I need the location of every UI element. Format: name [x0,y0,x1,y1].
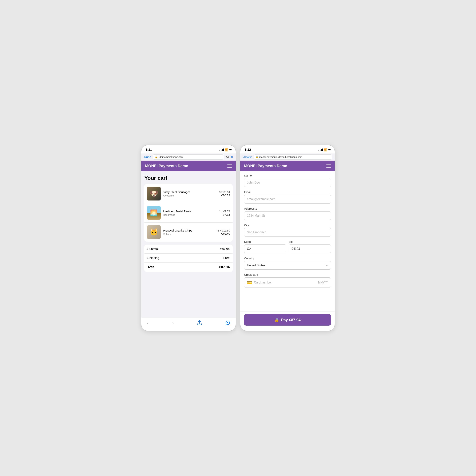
right-browser-bar: ‹ Search 🔒 monei-payments-demo.herokuapp… [240,153,335,161]
zip-label: Zip [289,240,331,243]
left-status-icons: 📶 [220,148,232,151]
item-qty-1: 3 x €6.94 [219,191,230,194]
item-total-3: €59.40 [218,232,230,235]
subtotal-value: €87.94 [220,247,230,251]
back-button[interactable]: ‹ [147,321,148,326]
cart-content: Your cart Tasty Steel Sausages Awesome 3… [141,171,236,318]
aa-button[interactable]: AA [225,155,229,158]
table-row: Practical Granite Chips Refined 3 x €19.… [144,222,233,242]
right-time: 1:32 [244,148,251,152]
item-name-2: Intelligent Metal Pants [163,209,217,213]
item-sub-3: Refined [163,233,215,236]
item-price-2: 1 x €7.72 €7.72 [219,210,230,216]
left-app-header: MONEI Payments Demo [141,161,236,171]
city-field-group: City [244,223,331,237]
shipping-label: Shipping [147,256,159,260]
country-select[interactable]: United States [244,261,331,270]
credit-card-label: Credit card [244,273,331,276]
compass-button[interactable] [225,321,230,326]
left-status-bar: 1:31 📶 [141,145,236,153]
card-expiry-placeholder: MM/YY [318,281,328,284]
totals-box: Subtotal €87.94 Shipping Free Total €87.… [144,245,233,272]
zip-input[interactable] [289,244,331,253]
right-back-button[interactable]: ‹ Search [243,155,252,159]
checkout-form: Name Email Address 1 City State [240,171,335,311]
zip-field-group: Zip [289,240,331,253]
left-url-bar[interactable]: 🔒 -demo.herokuapp.com [153,154,224,160]
item-qty-3: 3 x €19.80 [218,229,230,232]
left-app-title: MONEI Payments Demo [145,164,188,168]
left-menu-button[interactable] [227,165,232,168]
right-status-bar: 1:32 📶 [240,145,335,153]
item-details-1: Tasty Steel Sausages Awesome [163,190,217,197]
credit-card-field[interactable]: 💳 Card number MM/YY [244,277,331,288]
name-input[interactable] [244,178,331,187]
item-total-1: €20.82 [219,194,230,197]
shipping-value: Free [223,256,230,260]
item-price-1: 3 x €6.94 €20.82 [219,191,230,197]
cart-title: Your cart [144,175,233,181]
city-label: City [244,223,331,227]
right-lock-icon: 🔒 [256,156,258,158]
lock-icon: 🔒 [155,155,158,158]
card-number-placeholder: Card number [254,281,316,284]
battery-icon [229,149,232,151]
pay-button[interactable]: 🔒 Pay €87.94 [244,314,331,325]
credit-card-group: Credit card 💳 Card number MM/YY [244,273,331,288]
left-browser-bar: Done 🔒 -demo.herokuapp.com AA ↻ [141,153,236,161]
hamburger-line-1 [227,165,232,165]
country-field-group: Country United States [244,257,331,270]
left-time: 1:31 [145,148,152,152]
name-field-group: Name [244,174,331,187]
email-label: Email [244,190,331,194]
table-row: Intelligent Metal Pants Handmade 1 x €7.… [144,203,233,222]
cart-items-list: Tasty Steel Sausages Awesome 3 x €6.94 €… [144,184,233,242]
done-button[interactable]: Done [144,155,151,159]
item-details-2: Intelligent Metal Pants Handmade [163,209,217,217]
right-battery-icon [328,149,331,151]
right-phone: 1:32 📶 ‹ Search 🔒 monei-payments-demo.he… [240,145,335,331]
signal-icon [220,149,224,151]
table-row: Tasty Steel Sausages Awesome 3 x €6.94 €… [144,184,233,203]
state-input[interactable] [244,244,286,253]
right-menu-button[interactable] [326,165,331,168]
svg-point-1 [227,322,228,323]
subtotal-row: Subtotal €87.94 [144,245,233,254]
email-input[interactable] [244,195,331,204]
left-url-text: -demo.herokuapp.com [159,155,183,158]
pay-lock-icon: 🔒 [274,318,279,322]
hamburger-line-3 [227,167,232,168]
right-url-bar[interactable]: 🔒 monei-payments-demo.herokuapp.com [254,154,332,160]
right-hamburger-line-1 [326,165,331,165]
right-app-header: MONEI Payments Demo [240,161,335,171]
share-button[interactable] [197,320,202,326]
credit-card-icon: 💳 [247,280,252,285]
item-image-puppy [147,187,161,201]
name-label: Name [244,174,331,177]
right-app-title: MONEI Payments Demo [244,164,287,168]
item-total-2: €7.72 [219,213,230,216]
item-name-1: Tasty Steel Sausages [163,190,217,194]
item-name-3: Practical Granite Chips [163,229,215,233]
shipping-row: Shipping Free [144,254,233,263]
right-url-text: monei-payments-demo.herokuapp.com [259,155,302,158]
address1-input[interactable] [244,211,331,220]
item-sub-1: Awesome [163,194,217,197]
address1-field-group: Address 1 [244,207,331,220]
subtotal-label: Subtotal [147,247,159,251]
forward-button[interactable]: › [172,321,173,326]
city-input[interactable] [244,228,331,237]
total-row: Total €87.94 [144,263,233,272]
refresh-button[interactable]: ↻ [231,155,233,159]
right-back-label: Search [244,155,252,158]
item-details-3: Practical Granite Chips Refined [163,229,215,236]
country-label: Country [244,257,331,260]
item-sub-2: Handmade [163,213,217,216]
item-image-landscape [147,206,161,220]
state-field-group: State [244,240,286,253]
right-signal-icon [319,149,323,151]
right-status-icons: 📶 [319,148,331,151]
state-label: State [244,240,286,243]
state-zip-row: State Zip [244,240,331,257]
left-phone: 1:31 📶 Done 🔒 -demo.herokuapp.com AA ↻ M… [141,145,236,331]
